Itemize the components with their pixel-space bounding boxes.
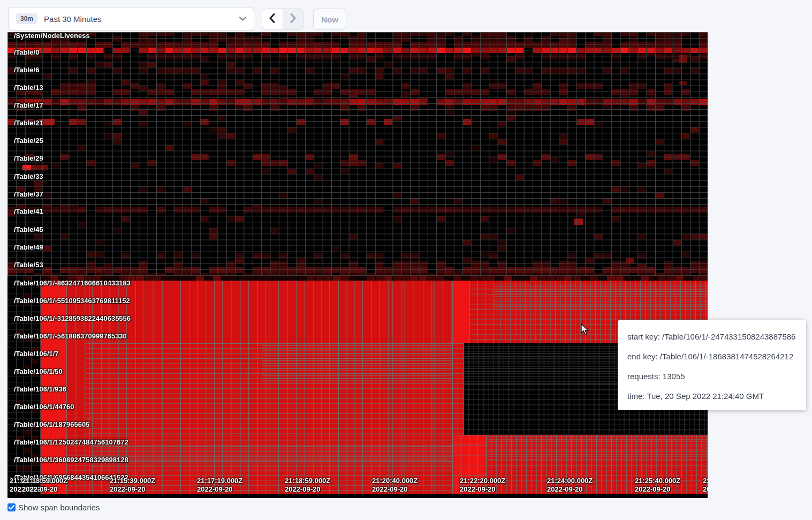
x-axis-tick-date: 2022-09-20 [635,486,671,493]
time-nav-button-group [262,9,303,30]
row-label: /System/NodeLiveness [14,32,90,40]
tooltip-requests: requests: 13055 [627,366,796,386]
row-label: /Table/13 [14,84,43,92]
row-label: /Table/106/1/-561886370999765330 [14,333,127,340]
row-label: /Table/106/1/7 [14,350,59,358]
row-label: /Table/41 [14,208,43,215]
row-label: /Table/33 [14,173,43,180]
tooltip: start key: /Table/106/1/-247433150824388… [618,320,806,410]
x-axis-tick-date: 2022-09-20 [372,486,408,493]
row-label: /Table/106/1/-8632471606610433183 [14,280,131,287]
x-axis-tick-time: 21:22:20.000Z [460,477,505,485]
x-axis-tick-date: 2022-09-20 [22,486,58,493]
x-axis-tick-time: 21:17:19.000Z [197,477,242,485]
time-range-badge: 30m [16,13,37,24]
row-label: /Table/29 [14,155,43,162]
row-label: /Table/106/1/-5510953463769811152 [14,297,130,305]
row-label: /Table/106/1/1250247484756107672 [14,439,128,446]
row-label: /Table/0 [14,49,39,56]
mouse-cursor-icon [580,323,590,335]
tooltip-start-key: start key: /Table/106/1/-247433150824388… [627,327,796,346]
key-visualizer-panel: /System/NodeLiveness/Table/0/Table/6/Tab… [7,32,708,498]
x-axis-tick-date: 2022-09-20 [110,486,146,493]
x-axis-tick-date: 2022-09-20 [197,486,233,493]
check-icon [9,505,14,510]
chevron-down-icon [239,17,246,21]
show-span-boundaries-checkbox[interactable] [7,503,16,511]
x-axis-tick-time: 21:18:59.000Z [285,477,330,485]
x-axis-tick-time: 21:13:59.000Z [22,477,67,485]
footer: Show span boundaries [7,503,100,512]
row-label: /Table/106/1/44760 [14,403,74,411]
chevron-left-icon [269,13,275,25]
x-axis-tick-date: 2022-09-20 [460,486,496,493]
tooltip-end-key: end key: /Table/106/1/-18683814745282642… [627,346,796,366]
show-span-boundaries-label: Show span boundaries [18,503,100,512]
x-axis-tick-time: 21:15:39.000Z [110,477,155,485]
x-axis-tick-time: 21:27:20.000Z [703,477,708,485]
time-range-label: Past 30 Minutes [44,14,102,24]
row-label: /Table/49 [14,244,43,251]
x-axis-tick-date: 2022-09-20 [285,486,321,493]
row-label: /Table/106/1/936 [14,386,66,393]
row-label: /Table/25 [14,137,43,145]
row-label: /Table/37 [14,191,43,198]
tooltip-time: time: Tue, 20 Sep 2022 21:24:40 GMT [627,386,796,406]
x-axis-tick-time: 21:20:40.000Z [372,477,418,485]
row-label: /Table/21 [14,119,43,127]
x-axis-tick-time: 21:25:40.000Z [635,477,680,485]
x-axis-tick-date: 2022-09-20 [703,486,708,493]
previous-interval-button[interactable] [262,9,283,29]
row-label: /Table/106/1/3608924758329898128 [14,456,128,464]
row-label: /Table/45 [14,226,43,233]
row-label: /Table/6 [14,66,39,74]
row-label: /Table/17 [14,102,43,109]
time-range-select[interactable]: 30m Past 30 Minutes [8,7,254,31]
next-interval-button[interactable] [283,9,303,29]
row-label: /Table/106/1/50 [14,368,63,375]
row-label: /Table/106/1/-3128593822440635556 [14,315,131,322]
row-label: /Table/53 [14,261,43,269]
row-label: /Table/106/1/187965605 [14,421,89,428]
chevron-right-icon [290,13,296,25]
now-button[interactable]: Now [313,9,346,30]
keyvis-heatmap[interactable] [7,32,708,498]
x-axis-tick-time: 21:24:00.000Z [547,477,593,485]
x-axis-tick-date: 2022-09-20 [547,486,583,493]
